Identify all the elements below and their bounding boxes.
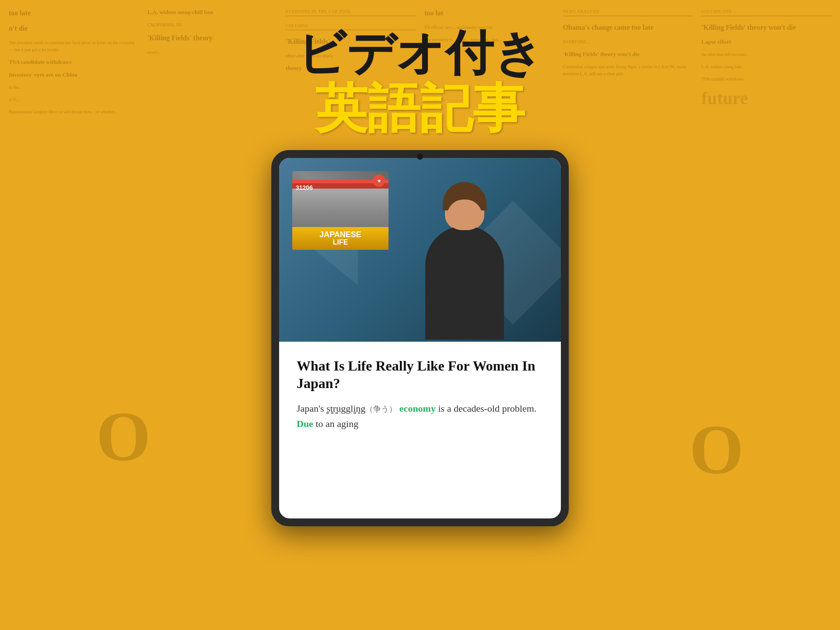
presenter-head bbox=[445, 184, 484, 230]
thumbnail-label-main: JAPANESE bbox=[296, 231, 385, 238]
word-economy: economy bbox=[399, 403, 436, 414]
tablet-container: 31206 ★ JAPANESE LIFE bbox=[271, 150, 569, 526]
article-body-part1: Japan's bbox=[297, 403, 326, 414]
main-content: ビデオ付き 英語記事 bbox=[0, 0, 840, 630]
presenter-torso bbox=[425, 226, 504, 340]
thumbnail-label: JAPANESE LIFE bbox=[292, 227, 388, 250]
article-section: What Is Life Really Like For Women In Ja… bbox=[279, 342, 561, 444]
thumbnail-label-sub: LIFE bbox=[333, 238, 348, 246]
video-thumbnail[interactable]: 31206 ★ JAPANESE LIFE bbox=[292, 171, 388, 250]
tablet-frame: 31206 ★ JAPANESE LIFE bbox=[271, 150, 569, 526]
article-body: Japan's struggling（争う） economy is a deca… bbox=[297, 401, 543, 431]
japanese-line1: ビデオ付き bbox=[297, 26, 543, 79]
japanese-headline: ビデオ付き 英語記事 bbox=[297, 26, 543, 137]
word-due: Due bbox=[297, 418, 313, 429]
word-struggling: struggling bbox=[326, 403, 365, 414]
tablet-camera bbox=[417, 154, 423, 160]
thumbnail-badge-text: ★ bbox=[377, 178, 381, 183]
presenter-face bbox=[447, 200, 482, 230]
tablet-screen[interactable]: 31206 ★ JAPANESE LIFE bbox=[279, 158, 561, 518]
presenter-figure bbox=[403, 171, 526, 342]
japanese-line2: 英語記事 bbox=[297, 79, 543, 137]
presenter-body bbox=[425, 184, 504, 342]
word-furigana: （争う） bbox=[365, 405, 397, 413]
thumbnail-number: 31206 bbox=[296, 184, 313, 191]
article-title: What Is Life Really Like For Women In Ja… bbox=[297, 357, 543, 392]
thumbnail-badge: ★ bbox=[373, 175, 385, 187]
article-body-part2: is a decades-old problem. bbox=[436, 403, 536, 414]
article-body-part3: to an aging bbox=[313, 418, 358, 429]
video-section[interactable]: 31206 ★ JAPANESE LIFE bbox=[279, 158, 561, 342]
